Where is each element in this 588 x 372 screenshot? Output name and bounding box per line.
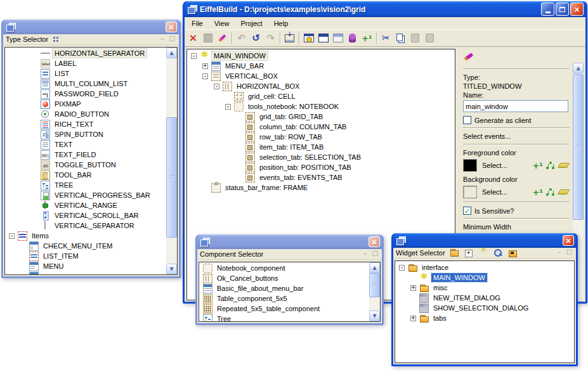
delete-button[interactable]: × (186, 31, 200, 45)
save-button[interactable] (200, 31, 215, 45)
menu-item[interactable]: Project (235, 18, 268, 29)
background-select-button[interactable]: Select... (482, 188, 532, 196)
modify-wand-button[interactable] (215, 31, 230, 45)
maximize-button[interactable]: □ (371, 250, 379, 258)
tree-item[interactable] (5, 271, 177, 275)
expander[interactable]: - (191, 53, 197, 59)
plus-one-icon[interactable]: +¹ (532, 162, 543, 170)
component-selector-scrollbar[interactable]: ▲ ▼ (369, 262, 380, 321)
expander[interactable]: + (410, 316, 416, 321)
minimize-button[interactable]: – (158, 35, 166, 43)
type-selector-scrollbar[interactable]: ▲ ▼ (166, 48, 177, 274)
expander[interactable]: - (399, 265, 405, 271)
tree-item[interactable]: + tabs (395, 313, 574, 323)
expander[interactable]: + (202, 63, 208, 69)
eraser-icon[interactable] (558, 189, 570, 195)
scroll-down-icon[interactable]: ▼ (166, 264, 177, 274)
list-item[interactable]: Repeated_5x5_table_component (199, 304, 380, 314)
scroll-up-icon[interactable]: ▲ (573, 63, 584, 74)
tree-item[interactable]: - HORIZONTAL_BOX (187, 81, 455, 91)
expander[interactable]: - (9, 233, 15, 239)
scroll-thumb[interactable] (369, 273, 380, 297)
tree-item[interactable]: TEXT_FIELD (5, 150, 177, 160)
type-selector-title-bar[interactable]: × (3, 20, 179, 34)
minimize-button[interactable]: – (361, 250, 369, 258)
tree-item[interactable]: - tools_notebook: NOTEBOOK (187, 101, 455, 112)
pick-nodes-icon[interactable] (546, 188, 555, 196)
scroll-up-icon[interactable]: ▲ (369, 262, 380, 273)
tree-item[interactable]: RADIO_BUTTON (5, 109, 177, 119)
tree-item[interactable]: VERTICAL_RANGE (5, 200, 177, 210)
close-button[interactable]: × (563, 235, 574, 246)
tree-item[interactable]: TREE (5, 180, 177, 190)
tree-item[interactable]: VERTICAL_SEPARATOR (5, 221, 177, 231)
minimize-button[interactable] (541, 3, 554, 16)
paste-button[interactable] (408, 31, 422, 45)
select-events-button[interactable]: Select events... (463, 132, 570, 141)
tree-item[interactable]: TOGGLE_BUTTON (5, 160, 177, 170)
scroll-down-icon[interactable]: ▼ (369, 311, 380, 321)
tree-item[interactable]: + MENU_BAR (187, 61, 455, 71)
generate-as-client-checkbox[interactable] (463, 116, 471, 124)
new-widget-button[interactable] (478, 248, 489, 258)
is-sensitive-checkbox[interactable] (463, 207, 471, 215)
maximize-button[interactable]: □ (168, 35, 176, 43)
expander[interactable]: - (202, 74, 208, 79)
background-color-swatch[interactable] (463, 186, 477, 198)
component-selector-title-bar[interactable]: × (197, 234, 382, 249)
show-window-light-button[interactable] (330, 31, 345, 45)
eraser-icon[interactable] (558, 163, 570, 168)
tree-item[interactable]: grid_cell: CELL (187, 91, 455, 101)
tree-item[interactable]: LIST (5, 68, 177, 79)
close-button[interactable]: × (166, 22, 177, 32)
tree-item[interactable]: VERTICAL_SCROLL_BAR (5, 210, 177, 221)
tree-item[interactable]: column_tab: COLUMN_TAB (187, 122, 455, 132)
foreground-select-button[interactable]: Select... (482, 162, 532, 169)
refresh-button[interactable]: ↺ (249, 31, 263, 45)
name-input[interactable] (463, 100, 568, 112)
tree-item[interactable]: - VERTICAL_BOX (187, 71, 455, 81)
tree-item[interactable]: LABEL (5, 58, 177, 68)
expander[interactable]: - (214, 84, 219, 89)
close-button[interactable]: × (570, 3, 584, 16)
expander[interactable]: + (410, 285, 416, 291)
tree-item[interactable]: SHOW_SELECTION_DIALOG (395, 303, 574, 313)
tree-item[interactable]: VERTICAL_PROGRESS_BAR (5, 190, 177, 200)
minimize-button[interactable]: – (555, 249, 563, 257)
import-folder-button[interactable] (507, 248, 518, 258)
tree-item[interactable]: LIST_ITEM (5, 251, 177, 261)
tree-item[interactable]: MULTI_COLUMN_LIST (5, 79, 177, 89)
list-item[interactable]: Table_component_5x5 (199, 293, 380, 304)
list-item[interactable]: Notebook_component (199, 263, 380, 273)
close-button[interactable]: × (369, 236, 380, 247)
tree-item[interactable]: RICH_TEXT (5, 119, 177, 129)
tree-item[interactable]: selection_tab: SELECTION_TAB (187, 152, 455, 162)
undo-button[interactable]: ↶ (234, 31, 249, 45)
tree-item[interactable]: SPIN_BUTTON (5, 129, 177, 139)
tree-item[interactable]: - Items (5, 231, 177, 241)
expander[interactable]: - (225, 104, 231, 110)
maximize-button[interactable] (556, 3, 569, 16)
tree-item[interactable]: item_tab: ITEM_TAB (187, 142, 455, 152)
preview-button[interactable] (493, 248, 504, 258)
tree-item[interactable]: PIXMAP (5, 99, 177, 109)
tree-item[interactable]: events_tab: EVENTS_TAB (187, 172, 455, 183)
scroll-up-icon[interactable]: ▲ (166, 48, 177, 58)
expand-all-button[interactable] (464, 248, 474, 258)
scroll-thumb[interactable] (166, 117, 177, 238)
scroll-thumb[interactable] (573, 74, 584, 220)
copy-button[interactable] (393, 31, 408, 45)
tree-item[interactable]: HORIZONTAL_SEPARATOR (5, 48, 177, 58)
list-item[interactable]: Tree (199, 314, 380, 322)
new-folder-button[interactable] (449, 248, 460, 258)
menu-item[interactable]: File (186, 18, 209, 29)
redo-button[interactable]: ↷ (263, 31, 278, 45)
paste-alt-button[interactable] (422, 31, 437, 45)
menu-item[interactable]: View (209, 18, 235, 29)
figure-button[interactable] (345, 31, 360, 45)
foreground-color-swatch[interactable] (463, 159, 477, 172)
tree-item[interactable]: + misc (395, 283, 574, 293)
tree-item[interactable]: status_bar_frame: FRAME (187, 183, 455, 193)
widget-selector-title-bar[interactable]: × (393, 233, 576, 248)
tree-item[interactable]: position_tab: POSITION_TAB (187, 162, 455, 172)
